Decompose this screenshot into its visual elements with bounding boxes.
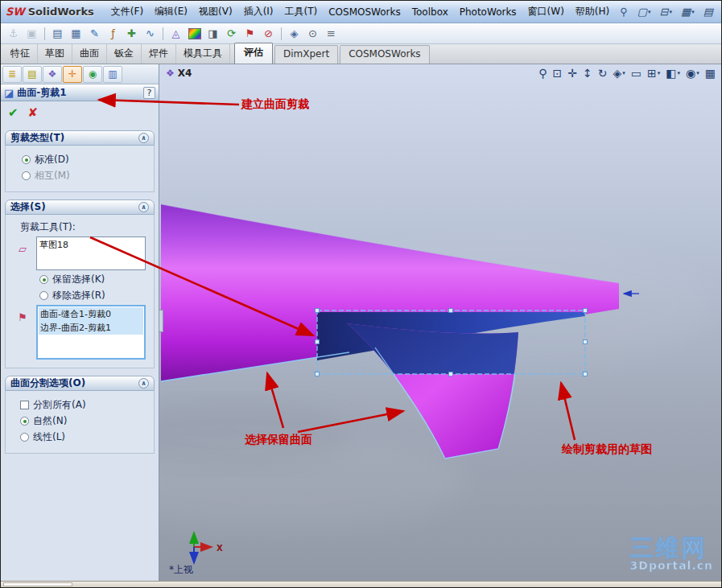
tab-weldments[interactable]: 焊件 (142, 43, 176, 64)
collapse-button[interactable]: ∧ (138, 202, 149, 212)
list-item[interactable]: 边界-曲面2-剪裁1 (39, 321, 143, 335)
print-button[interactable]: ▤ (700, 4, 716, 20)
configuration-icon[interactable]: ❖ (43, 66, 62, 83)
property-sheet-icon[interactable]: ▤ (23, 66, 42, 83)
radio-label: 自然(N) (33, 414, 67, 428)
menu-help[interactable]: 帮助(H) (570, 2, 615, 21)
add-icon[interactable]: ✚ (123, 26, 140, 42)
trim-tool-listbox[interactable]: 草图18 (36, 236, 146, 270)
cancel-button[interactable]: ✘ (28, 105, 39, 120)
save-button[interactable]: ▦▾ (678, 4, 698, 20)
radio-standard[interactable]: 标准(D) (22, 153, 151, 167)
menu-cosmosworks[interactable]: COSMOSWorks (323, 4, 406, 20)
open-button[interactable]: ⊟▾ (656, 4, 675, 20)
zoom-indicator: ❖ X4 (166, 68, 192, 79)
checkbox-split-all[interactable]: 分割所有(A) (20, 398, 151, 412)
tab-dimxpert[interactable]: DimXpert (274, 45, 338, 64)
menu-toolbox[interactable]: Toolbox (406, 4, 454, 20)
spline-icon[interactable]: ∿ (142, 26, 159, 42)
search-icon[interactable]: ⚲ (620, 6, 628, 18)
radio-mutual[interactable]: 相互(M) (22, 169, 151, 183)
dimxpert-manager-icon[interactable]: ◉ (83, 66, 102, 83)
radio-keep-selections[interactable]: 保留选择(K) (39, 273, 151, 286)
radio-remove-selections[interactable]: 移除选择(R) (39, 289, 151, 302)
viewport-layout-icon[interactable]: ⊞▾ (647, 67, 660, 80)
scene-icon[interactable]: ▦ (705, 67, 716, 80)
triangle-icon[interactable]: ◬ (167, 26, 184, 42)
help-button[interactable]: ? (143, 87, 155, 99)
menu-photoworks[interactable]: PhotoWorks (454, 4, 522, 20)
list-icon[interactable]: ≡ (323, 26, 340, 42)
section-icon[interactable]: ◨ (204, 26, 221, 42)
display-style-icon[interactable]: ◧▾ (666, 67, 680, 80)
radio-linear[interactable]: 线性(L) (20, 430, 151, 444)
window-icon[interactable]: ▣ (23, 26, 40, 42)
panel-splitter-handle[interactable] (159, 310, 163, 332)
tab-surfaces[interactable]: 曲面 (72, 43, 107, 64)
list-item[interactable]: 曲面-缝合1-剪裁0 (39, 307, 143, 321)
menu-tools[interactable]: 工具(T) (279, 2, 324, 21)
command-manager-tabs: 特征 草图 曲面 钣金 焊件 模具工具 评估 DimXpert COSMOSWo… (1, 44, 721, 64)
tab-cosmosworks[interactable]: COSMOSWorks (340, 45, 430, 64)
tab-sheet-metal[interactable]: 钣金 (107, 43, 142, 64)
tab-evaluate[interactable]: 评估 (234, 43, 273, 64)
menu-file[interactable]: 文件(F) (105, 2, 149, 21)
target-icon[interactable]: ⊙ (304, 26, 321, 42)
property-manager-panel: ≣ ▤ ❖ ✛ ◉ ▥ ◪ 曲面-剪裁1 ? ✔ ✘ 剪裁类型(T) ∧ (1, 64, 159, 581)
trim-sketch-rectangle[interactable] (317, 310, 585, 374)
section-view-icon[interactable]: ▭ (631, 67, 642, 80)
new-document-button[interactable]: ▢▾ (634, 4, 654, 20)
tab-mold-tools[interactable]: 模具工具 (176, 43, 230, 64)
menu-view[interactable]: 视图(V) (193, 2, 238, 21)
pan-icon[interactable]: ✛ (567, 67, 577, 80)
collapse-button[interactable]: ∧ (138, 378, 149, 389)
menu-insert[interactable]: 插入(I) (238, 2, 279, 21)
chevron-down-icon: ▾ (669, 9, 672, 15)
view-orientation-label: *上视 (169, 563, 193, 577)
app-title: SolidWorks (28, 6, 94, 18)
ok-button[interactable]: ✔ (8, 105, 19, 120)
radio-icon (20, 417, 29, 426)
3d-viewport-canvas[interactable]: X (159, 64, 721, 581)
feature-tree-icon[interactable]: ≣ (2, 66, 22, 83)
trim-tool-icon: ▱ (9, 236, 36, 255)
feature-title: 曲面-剪裁1 (17, 86, 66, 100)
menu-edit[interactable]: 编辑(E) (149, 2, 193, 21)
no-solve-icon[interactable]: ⊘ (260, 26, 277, 42)
radio-natural[interactable]: 自然(N) (20, 414, 151, 428)
pieces-listbox[interactable]: 曲面-缝合1-剪裁0 边界-曲面2-剪裁1 (36, 305, 146, 360)
graphics-area[interactable]: X ❖ X4 ⚲ ⊡ ✛ ↕ ↻ ◈▾ ▭ ⊞▾ ◧▾ ◉▾ ▦ (159, 64, 721, 581)
zoom-indicator-icon: ❖ (166, 68, 175, 79)
toolbar-separator (163, 27, 163, 40)
solidworks-logo: SW SolidWorks (6, 6, 94, 18)
list-item[interactable]: 草图18 (38, 238, 144, 252)
rebuild-icon[interactable]: ⟳ (223, 26, 240, 42)
watermark-title: 三维网 (630, 536, 713, 560)
sheet-icon[interactable]: ▤ (49, 26, 66, 42)
display-manager-icon[interactable]: ▥ (103, 66, 122, 83)
flag-icon[interactable]: ⚑ (241, 26, 258, 42)
section-header[interactable]: 曲面分割选项(O) ∧ (5, 376, 155, 391)
section-header[interactable]: 剪裁类型(T) ∧ (5, 130, 155, 146)
render-icon[interactable] (186, 26, 203, 42)
tab-sketch[interactable]: 草图 (38, 43, 72, 64)
tab-features[interactable]: 特征 (3, 43, 38, 64)
collapse-button[interactable]: ∧ (138, 133, 149, 143)
sketch-icon[interactable]: ✎ (86, 26, 103, 42)
diamond-icon[interactable]: ◈ (286, 26, 303, 42)
feature-header: ◪ 曲面-剪裁1 ? (1, 84, 159, 101)
section-header[interactable]: 选择(S) ∧ (5, 199, 155, 215)
zoom-icon[interactable]: ↕ (583, 67, 592, 80)
menu-window[interactable]: 窗口(W) (522, 2, 570, 21)
anchor-icon[interactable]: ⚓ (5, 26, 22, 42)
standard-toolbar: ⚓ ▣ ▤ ▦ ✎ ƒ ✚ ∿ ◬ ◨ ⟳ ⚑ ⊘ ◈ ⊙ ≡ (1, 23, 721, 44)
zoom-window-icon[interactable]: ⊡ (553, 67, 563, 80)
appearance-icon[interactable]: ◉▾ (686, 67, 699, 80)
equation-icon[interactable]: ƒ (105, 26, 122, 42)
grid-icon[interactable]: ▦ (68, 26, 85, 42)
rotate-view-icon[interactable]: ↻ (598, 67, 608, 80)
radio-label: 标准(D) (35, 153, 69, 167)
zoom-fit-icon[interactable]: ⚲ (538, 67, 547, 80)
view-orientation-icon[interactable]: ◈▾ (613, 67, 625, 80)
property-manager-icon[interactable]: ✛ (63, 66, 82, 83)
